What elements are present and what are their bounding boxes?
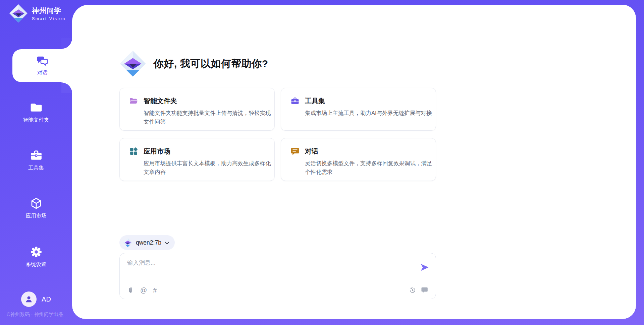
greeting-logo-icon — [119, 50, 146, 77]
chat-icon — [37, 55, 49, 67]
tab-curve-top — [61, 38, 72, 49]
folder-open-icon — [129, 97, 138, 105]
app-grid-icon — [129, 147, 138, 155]
history-icon[interactable] — [409, 287, 416, 294]
avatar — [21, 291, 37, 307]
sidebar-item-settings[interactable]: 系统设置 — [0, 246, 72, 268]
sidebar-item-smart-folder[interactable]: 智能文件夹 — [0, 102, 72, 124]
sidebar-item-toolset[interactable]: 工具集 — [0, 149, 72, 172]
chat-icon — [291, 147, 299, 155]
brand-name: 神州问学 — [32, 6, 66, 15]
card-description: 集成市场上主流工具，助力AI与外界无缝扩展与对接 — [305, 109, 433, 117]
main-content: 你好, 我可以如何帮助你? 智能文件夹 智能文件夹功能支持批量文件上传与清洗，轻… — [119, 0, 436, 325]
sidebar-item-chat[interactable]: 对话 — [12, 49, 72, 82]
model-selector[interactable]: qwen2:7b — [119, 235, 175, 250]
model-logo-icon — [123, 238, 132, 247]
hashtag-icon[interactable]: # — [153, 287, 157, 294]
user-profile[interactable]: AD — [0, 291, 72, 307]
composer-divider — [127, 283, 428, 283]
toolbox-icon — [291, 97, 299, 105]
user-avatar-icon — [24, 295, 33, 304]
app-window: 神州问学 Smart Vision 对话 智能文件夹 工具集 应用市场 系统设置… — [0, 0, 644, 325]
card-description: 应用市场提供丰富长文本模板，助力高效生成多样化文章内容 — [144, 159, 272, 176]
card-title: 工具集 — [305, 96, 325, 106]
brand-subtitle: Smart Vision — [32, 16, 66, 21]
gear-icon — [30, 246, 42, 258]
mention-icon[interactable]: @ — [140, 287, 147, 294]
card-title: 应用市场 — [144, 147, 170, 156]
card-smart-folder[interactable]: 智能文件夹 智能文件夹功能支持批量文件上传与清洗，轻松实现文件问答 — [119, 88, 275, 131]
comment-icon[interactable] — [421, 287, 428, 294]
paperclip-icon[interactable] — [127, 287, 134, 294]
chevron-down-icon — [165, 242, 169, 245]
folder-icon — [30, 102, 42, 114]
toolbox-icon — [30, 149, 42, 161]
send-icon[interactable] — [420, 263, 429, 271]
sidebar-item-label: 工具集 — [28, 165, 44, 172]
card-app-market[interactable]: 应用市场 应用市场提供丰富长文本模板，助力高效生成多样化文章内容 — [119, 138, 275, 181]
sidebar-item-app-market[interactable]: 应用市场 — [0, 197, 72, 219]
message-composer: @ # — [119, 253, 436, 299]
sidebar-item-label: 智能文件夹 — [23, 117, 49, 124]
greeting: 你好, 我可以如何帮助你? — [119, 50, 268, 77]
card-description: 智能文件夹功能支持批量文件上传与清洗，轻松实现文件问答 — [144, 109, 272, 126]
message-input[interactable] — [127, 259, 406, 279]
card-title: 对话 — [305, 147, 318, 156]
cube-icon — [30, 197, 42, 209]
greeting-text: 你好, 我可以如何帮助你? — [154, 57, 268, 71]
card-description: 灵活切换多模型文件，支持多样回复效果调试，满足个性化需求 — [305, 159, 433, 176]
sidebar-item-label: 系统设置 — [26, 261, 47, 268]
card-toolset[interactable]: 工具集 集成市场上主流工具，助力AI与外界无缝扩展与对接 — [281, 88, 436, 131]
brand-logo-icon — [9, 4, 28, 23]
user-initials: AD — [42, 296, 51, 303]
sidebar-item-label: 应用市场 — [26, 212, 47, 219]
feature-cards: 智能文件夹 智能文件夹功能支持批量文件上传与清洗，轻松实现文件问答 工具集 集成… — [119, 88, 436, 181]
brand: 神州问学 Smart Vision — [9, 4, 66, 23]
card-chat[interactable]: 对话 灵活切换多模型文件，支持多样回复效果调试，满足个性化需求 — [281, 138, 436, 181]
copyright-text: ©神州数码 · 神州问学出品 — [7, 311, 63, 318]
card-title: 智能文件夹 — [144, 96, 177, 106]
tab-curve-bottom — [61, 82, 72, 93]
sidebar-item-label: 对话 — [37, 69, 48, 76]
model-name: qwen2:7b — [136, 239, 161, 246]
